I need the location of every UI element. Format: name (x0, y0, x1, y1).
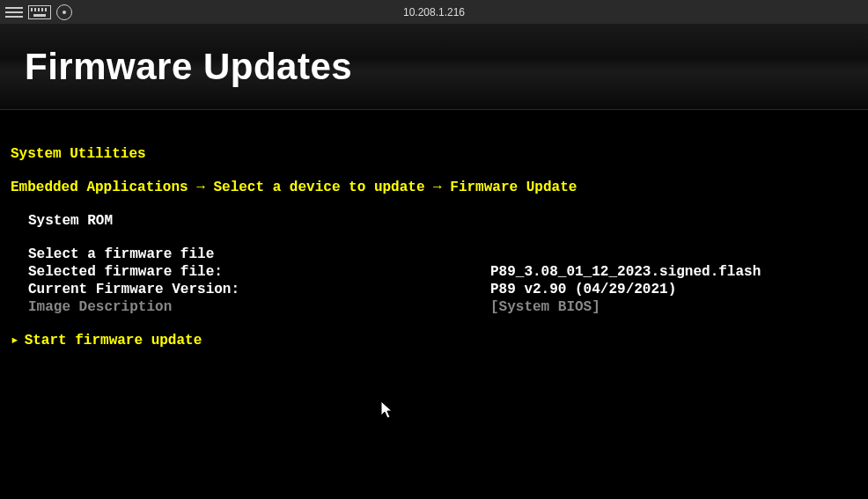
menu-icon[interactable] (5, 7, 23, 18)
image-description-label: Image Description (28, 298, 490, 316)
breadcrumb-item[interactable]: Embedded Applications (11, 180, 188, 195)
select-file-action[interactable]: Select a firmware file (28, 246, 490, 263)
start-update-label: Start firmware update (25, 332, 202, 349)
disc-icon[interactable] (56, 4, 72, 20)
selected-file-label: Selected firmware file: (28, 263, 490, 281)
titlebar: 10.208.1.216 (0, 0, 868, 24)
content-area: System Utilities Embedded Applications →… (0, 110, 868, 349)
arrow-right-icon: → (433, 180, 450, 195)
device-heading: System ROM (11, 212, 857, 230)
arrow-right-icon: → (196, 180, 213, 195)
current-version-value: P89 v2.90 (04/29/2021) (490, 281, 676, 298)
keyboard-icon[interactable] (28, 5, 51, 19)
image-description-value: [System BIOS] (490, 298, 600, 316)
header-banner: Firmware Updates (0, 24, 868, 110)
titlebar-icons (5, 4, 72, 20)
current-version-label: Current Firmware Version: (28, 281, 490, 298)
breadcrumb-item[interactable]: Firmware Update (450, 180, 577, 195)
mouse-cursor-icon (381, 401, 395, 421)
firmware-info-block: Select a firmware file Selected firmware… (11, 246, 857, 316)
page-title: Firmware Updates (25, 46, 352, 88)
breadcrumb: Embedded Applications → Select a device … (11, 179, 857, 196)
section-heading: System Utilities (11, 145, 857, 163)
connection-ip: 10.208.1.216 (403, 6, 465, 18)
start-update-action[interactable]: ▸ Start firmware update (11, 332, 857, 349)
selection-arrow-icon: ▸ (11, 332, 19, 349)
selected-file-value: P89_3.08_01_12_2023.signed.flash (490, 263, 761, 281)
breadcrumb-item[interactable]: Select a device to update (213, 180, 424, 195)
